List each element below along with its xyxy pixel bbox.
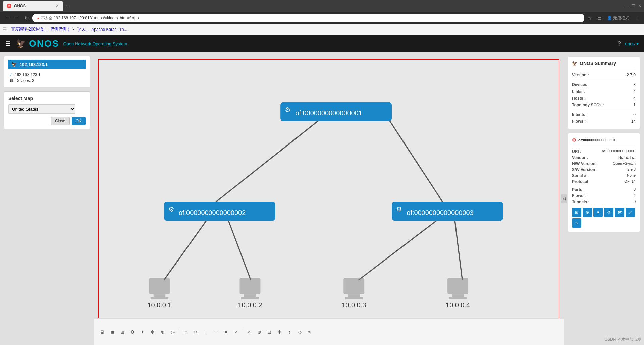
device-actions: ⊞ ⊕ ♥ ⚙ 🗺 ⤢ ⤡ (572, 208, 636, 228)
toolbar-layout-icon[interactable]: ≡ (181, 328, 190, 336)
bookmarks-icon: ☰ (3, 27, 7, 32)
svg-rect-16 (452, 294, 464, 297)
host-node-1[interactable]: 10.0.0.1 (147, 278, 171, 309)
toolbar-cross-icon[interactable]: ✚ (275, 328, 284, 336)
host1-label: 10.0.0.1 (147, 301, 171, 309)
svg-rect-14 (345, 297, 363, 299)
toolbar-circle-icon[interactable]: ◎ (168, 328, 177, 336)
device-tunnels-value: 0 (634, 199, 636, 204)
star-button[interactable]: ☆ (586, 14, 594, 22)
device-vendor-value: Nicira, Inc. (618, 155, 636, 160)
device-uri-row: URI : of:0000000000000001 (572, 149, 636, 155)
topology-svg: ⚙ of:0000000000000001 ⚙ of:0000000000000… (99, 60, 559, 340)
monitor-icon: 🖥 (9, 78, 13, 83)
help-button[interactable]: ? (618, 40, 621, 47)
device-action-5[interactable]: 🗺 (615, 208, 624, 217)
bookmark-bilibili[interactable]: 哔哩哔哩 (゜-゜)つ... (51, 26, 87, 32)
toolbar-add-icon[interactable]: ⊕ (158, 328, 167, 336)
ok-dialog-button[interactable]: OK (72, 117, 86, 125)
device-action-1[interactable]: ⊞ (572, 208, 581, 217)
toolbar-expand-icon[interactable]: ⊕ (255, 328, 264, 336)
toolbar-grid-icon[interactable]: ▣ (108, 328, 117, 336)
toolbar-dots-icon[interactable]: ⋮ (202, 328, 210, 336)
toolbar-sep2 (243, 329, 243, 335)
host4-label: 10.0.0.4 (446, 301, 470, 309)
reader-button[interactable]: ▤ (595, 14, 604, 22)
switch-node-1[interactable]: ⚙ of:0000000000000001 (280, 102, 392, 121)
summary-title-text: ONOS Summary (580, 61, 616, 66)
user-button[interactable]: onos ▾ (625, 41, 639, 46)
toolbar-switch-icon[interactable]: ⊞ (118, 328, 127, 336)
account-button[interactable]: 👤 无痕模式 (605, 14, 631, 22)
logo-area: 🦅 ONOS Open Network Operating System (16, 38, 127, 49)
host-node-4[interactable]: 10.0.0.4 (446, 278, 470, 309)
toolbar-check-icon[interactable]: ✓ (232, 328, 240, 336)
dialog-title: Select Map (8, 96, 86, 101)
toolbar-filter-icon[interactable]: ≋ (192, 328, 200, 336)
device-sw-value: 2.9.8 (628, 167, 636, 172)
summary-hosts-row: Hosts : 4 (572, 95, 636, 102)
hamburger-menu[interactable]: ☰ (5, 40, 11, 47)
device-action-7[interactable]: ⤡ (572, 218, 581, 228)
svg-rect-17 (449, 297, 467, 299)
summary-sccs-row: Topology SCCs : 1 (572, 102, 636, 108)
close-dialog-button[interactable]: Close (51, 117, 70, 125)
device-ports-value: 3 (634, 187, 636, 192)
toolbar-wave-icon[interactable]: ∿ (305, 328, 314, 336)
toolbar-zoom-icon[interactable]: ○ (245, 328, 254, 336)
bookmark-karaf[interactable]: Apache Karaf - Th... (91, 27, 127, 32)
toolbar-collapse-icon[interactable]: ⊟ (265, 328, 274, 336)
toolbar-close-icon[interactable]: ✕ (222, 328, 230, 336)
link-sw1-sw2 (214, 118, 321, 204)
device-uri-label: URI : (572, 149, 581, 154)
toolbar-more-icon[interactable]: ⋯ (212, 328, 220, 336)
toolbar-host-icon[interactable]: ✦ (138, 328, 147, 336)
refresh-button[interactable]: ↻ (23, 14, 31, 22)
browser-close[interactable]: ✕ (638, 4, 641, 8)
map-select[interactable]: None United States World Europe Asia (8, 104, 75, 114)
tab-close-button[interactable]: ✕ (56, 4, 59, 8)
svg-rect-10 (244, 294, 256, 297)
back-button[interactable]: ← (3, 14, 11, 22)
menu-button[interactable]: ⋮ (633, 14, 641, 22)
browser-restore[interactable]: ❐ (632, 4, 635, 8)
toolbar-device-icon[interactable]: 🖥 (98, 328, 107, 336)
topology-canvas[interactable]: ⚙ of:0000000000000001 ⚙ of:0000000000000… (98, 59, 559, 341)
device-action-3[interactable]: ♥ (593, 208, 603, 217)
address-bar[interactable]: ▲ 不安全 192.168.107.129:8181/onos/ui/index… (32, 14, 584, 22)
device-ports-row: Ports : 3 (572, 187, 636, 193)
device-hw-row: H/W Version : Open vSwitch (572, 161, 636, 167)
host-node-3[interactable]: 10.0.0.3 (342, 278, 366, 309)
bookmark-baidu[interactable]: 百度翻译-200种语... (11, 26, 47, 32)
bottom-toolbar: 🖥 ▣ ⊞ ⚙ ✦ ✤ ⊕ ◎ ≡ ≋ ⋮ ⋯ ✕ ✓ ○ ⊕ ⊟ ✚ ↕ ◇ … (94, 318, 564, 345)
toolbar-cluster-icon[interactable]: ✤ (148, 328, 157, 336)
device-action-2[interactable]: ⊕ (583, 208, 592, 217)
panel-expand-arrow[interactable]: ◁ (561, 194, 567, 203)
device-sw-row: S/W Version : 2.9.8 (572, 167, 636, 173)
summary-version-label: Version : (572, 73, 589, 77)
link-sw2-h2 (228, 221, 251, 280)
device-action-4[interactable]: ⚙ (604, 208, 613, 217)
left-panel: 🦅 192.168.123.1 ✓ 192.168.123.1 🖥 Device… (0, 52, 94, 345)
summary-links-row: Links : 4 (572, 88, 636, 95)
toolbar-arrow-icon[interactable]: ↕ (285, 328, 294, 336)
new-tab-button[interactable]: + (64, 3, 68, 10)
toolbar-link-icon[interactable]: ⚙ (128, 328, 137, 336)
instance-header[interactable]: 🦅 192.168.123.1 (8, 60, 86, 69)
switch-node-2[interactable]: ⚙ of:0000000000000002 (164, 202, 275, 221)
browser-minimize[interactable]: — (625, 4, 629, 8)
instance-detail-row: ✓ 192.168.123.1 (8, 72, 86, 78)
forward-button[interactable]: → (13, 14, 21, 22)
device-title: ⚙ of:0000000000000001 (572, 137, 636, 145)
host-node-2[interactable]: 10.0.0.2 (238, 278, 262, 309)
svg-text:⚙: ⚙ (396, 206, 402, 213)
switch-node-3[interactable]: ⚙ of:0000000000000003 (392, 202, 503, 221)
active-tab[interactable]: O ONOS ✕ (3, 1, 63, 11)
summary-hosts-value: 4 (633, 96, 636, 101)
bookmarks-bar: ☰ 百度翻译-200种语... 哔哩哔哩 (゜-゜)つ... Apache Ka… (0, 24, 644, 35)
svg-text:⚙: ⚙ (168, 206, 174, 213)
nav-bar: ← → ↻ ▲ 不安全 192.168.107.129:8181/onos/ui… (0, 12, 644, 24)
toolbar-diamond-icon[interactable]: ◇ (295, 328, 304, 336)
main-content: 🦅 192.168.123.1 ✓ 192.168.123.1 🖥 Device… (0, 52, 644, 345)
device-action-6[interactable]: ⤢ (626, 208, 635, 217)
